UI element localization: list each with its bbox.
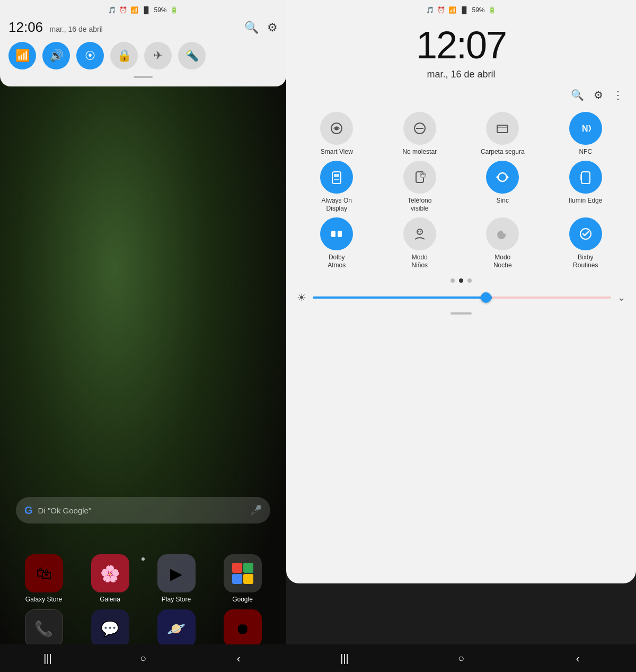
- carpeta-segura-icon: [486, 112, 519, 145]
- modo-noche-label: ModoNoche: [493, 254, 512, 270]
- bixby-routines-label: BixbyRoutines: [573, 254, 598, 270]
- play-store-label: Play Store: [162, 596, 191, 603]
- mic-icon[interactable]: 🎤: [250, 504, 262, 516]
- phone-dock-icon: 📞: [25, 609, 63, 648]
- dot-1: [450, 278, 455, 283]
- left-header: 12:06 mar., 16 de abril 🔍 ⚙: [8, 17, 278, 42]
- signal-icon-left: ▐▌: [142, 6, 151, 14]
- svg-rect-6: [332, 172, 341, 184]
- modo-noche-tile[interactable]: ModoNoche: [463, 217, 543, 270]
- no-molestar-tile[interactable]: No molestar: [380, 112, 460, 156]
- back-button-left[interactable]: ‹: [228, 648, 249, 669]
- screen-lock-toggle[interactable]: 🔒: [110, 42, 138, 69]
- airplane-toggle[interactable]: ✈: [144, 42, 172, 69]
- wifi-icon-right: 📶: [448, 6, 456, 14]
- bixby-routines-tile[interactable]: BixbyRoutines: [546, 217, 626, 270]
- modo-ninos-label: ModoNiños: [411, 254, 428, 270]
- modo-noche-icon: [486, 217, 519, 250]
- battery-right: 59%: [472, 6, 484, 14]
- home-button-right[interactable]: ○: [450, 648, 472, 669]
- svg-point-1: [335, 127, 338, 130]
- sound-toggle[interactable]: 🔊: [42, 42, 70, 69]
- smart-view-tile[interactable]: Smart View: [297, 112, 377, 156]
- settings-icon-left[interactable]: ⚙: [267, 21, 278, 34]
- brightness-icon: ☀: [297, 291, 306, 304]
- right-status-bar: 🎵 ⏰ 📶 ▐▌ 59% 🔋: [297, 4, 625, 18]
- dot-2: [459, 278, 463, 283]
- ilumin-edge-tile[interactable]: Ilumin Edge: [546, 161, 626, 213]
- galeria-app[interactable]: 🌸 Galeria: [86, 554, 134, 603]
- always-on-display-tile[interactable]: Always OnDisplay: [297, 161, 377, 213]
- nfc-tile[interactable]: N NFC: [546, 112, 626, 156]
- svg-rect-15: [331, 231, 335, 237]
- brightness-row: ☀ ⌄: [297, 289, 625, 308]
- bluetooth-icon-right: 🎵: [426, 6, 434, 14]
- drag-handle-left[interactable]: [134, 76, 153, 78]
- right-header-icons: 🔍 ⚙ ⋮: [297, 89, 625, 101]
- svg-point-18: [418, 231, 419, 232]
- svg-rect-14: [580, 174, 582, 180]
- flashlight-toggle[interactable]: 🔦: [178, 42, 206, 69]
- google-app[interactable]: Google: [219, 554, 267, 603]
- carpeta-segura-label: Carpeta segura: [481, 148, 525, 156]
- dolby-atmos-tile[interactable]: DolbyAtmos: [297, 217, 377, 270]
- google-search-bar[interactable]: G Di "Ok Google" 🎤: [16, 497, 270, 523]
- galaxy-store-app[interactable]: 🛍 Galaxy Store: [20, 554, 68, 603]
- alarm-icon-left: ⏰: [119, 6, 127, 14]
- ilumin-edge-label: Ilumin Edge: [569, 197, 602, 205]
- nfc-label: NFC: [579, 148, 592, 156]
- left-status-bar: 🎵 ⏰ 📶 ▐▌ 59% 🔋: [8, 4, 278, 17]
- drag-handle-right[interactable]: [450, 312, 472, 315]
- left-date: mar., 16 de abril: [50, 25, 103, 33]
- recents-button-left[interactable]: |||: [37, 648, 58, 669]
- bluetooth-toggle[interactable]: ⦿: [76, 42, 104, 69]
- left-time: 12:06: [8, 19, 43, 35]
- airplane-icon: ✈: [153, 49, 163, 63]
- bixby-routines-icon: [569, 217, 602, 250]
- back-button-right[interactable]: ‹: [567, 648, 588, 669]
- always-on-display-label: Always OnDisplay: [322, 197, 352, 213]
- wifi-toggle-icon: 📶: [15, 49, 30, 63]
- screen-lock-icon: 🔒: [117, 49, 131, 63]
- settings-icon-right[interactable]: ⚙: [594, 89, 603, 101]
- search-icon-right[interactable]: 🔍: [571, 89, 584, 101]
- modo-ninos-tile[interactable]: ModoNiños: [380, 217, 460, 270]
- battery-icon-right: 🔋: [488, 6, 496, 14]
- quick-tiles-grid: Smart View No molestar: [297, 112, 625, 270]
- battery-left: 59%: [154, 6, 166, 14]
- carpeta-segura-tile[interactable]: Carpeta segura: [463, 112, 543, 156]
- telefono-visible-label: Teléfonovisible: [408, 197, 431, 213]
- browser-dock-icon: 🪐: [157, 609, 196, 648]
- dolby-atmos-icon: [320, 217, 353, 250]
- youtube-dock-icon: ⏺: [224, 609, 262, 648]
- more-icon-right[interactable]: ⋮: [613, 89, 623, 101]
- left-time-date: 12:06 mar., 16 de abril: [8, 19, 103, 36]
- modo-ninos-icon: [403, 217, 436, 250]
- play-store-app[interactable]: ▶ Play Store: [153, 554, 200, 603]
- always-on-display-icon: [320, 161, 353, 194]
- home-button-left[interactable]: ○: [132, 648, 154, 669]
- sinc-tile[interactable]: Sinc: [463, 161, 543, 213]
- nfc-icon: N: [569, 112, 602, 145]
- wifi-toggle[interactable]: 📶: [8, 42, 36, 69]
- brightness-expand-icon[interactable]: ⌄: [617, 292, 625, 303]
- galaxy-store-label: Galaxy Store: [25, 596, 62, 603]
- signal-icon-right: ▐▌: [460, 6, 469, 14]
- search-icon-left[interactable]: 🔍: [244, 21, 259, 34]
- svg-marker-12: [496, 175, 498, 179]
- brightness-thumb[interactable]: [481, 292, 491, 303]
- google-label: Google: [232, 596, 253, 603]
- svg-rect-7: [334, 174, 339, 177]
- sound-toggle-icon: 🔊: [49, 49, 64, 63]
- app-row-1: 🛍 Galaxy Store 🌸 Galeria ▶ Play Store: [11, 554, 276, 603]
- dolby-atmos-label: DolbyAtmos: [328, 254, 346, 270]
- right-phone-screen: 🎵 ⏰ 📶 ▐▌ 59% 🔋 12:07 mar., 16 de abril 🔍…: [286, 0, 636, 672]
- page-dots-right: [297, 278, 625, 283]
- flashlight-icon: 🔦: [186, 49, 199, 62]
- telefono-visible-tile[interactable]: Teléfonovisible: [380, 161, 460, 213]
- left-header-actions: 🔍 ⚙: [244, 21, 278, 34]
- left-phone-screen: 🎵 ⏰ 📶 ▐▌ 59% 🔋 12:06 mar., 16 de abril 🔍…: [0, 0, 286, 672]
- quick-toggles-left: 📶 🔊 ⦿ 🔒 ✈ 🔦: [8, 42, 278, 74]
- recents-button-right[interactable]: |||: [334, 648, 355, 669]
- brightness-track[interactable]: [313, 296, 611, 299]
